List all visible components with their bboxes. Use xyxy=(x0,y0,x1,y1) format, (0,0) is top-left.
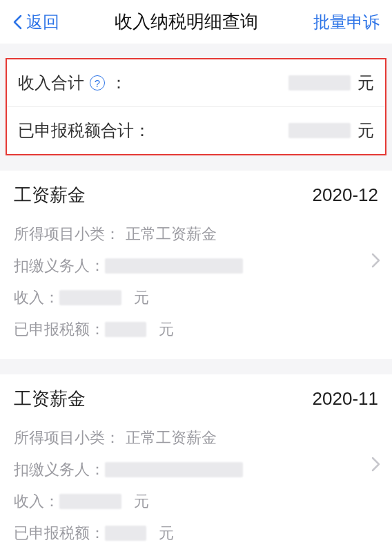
chevron-right-icon xyxy=(371,252,381,269)
agent-label: 扣缴义务人： xyxy=(14,459,105,480)
summary-panel: 收入合计 ? ： 元 已申报税额合计： 元 xyxy=(6,58,386,155)
card-agent-row: 扣缴义务人： xyxy=(14,454,378,486)
subtype-value: 正常工资薪金 xyxy=(126,428,217,448)
declared-unit: 元 xyxy=(159,319,174,340)
page-title: 收入纳税明细查询 xyxy=(115,10,258,34)
summary-declared-row: 已申报税额合计： 元 xyxy=(7,106,385,154)
redacted-value xyxy=(105,526,146,541)
unit-label: 元 xyxy=(357,119,374,142)
card-income-row: 收入： 元 xyxy=(14,486,378,517)
summary-declared-label: 已申报税额合计： xyxy=(18,119,150,142)
income-unit: 元 xyxy=(134,491,149,512)
chevron-right-icon xyxy=(371,456,381,472)
subtype-label: 所得项目小类： xyxy=(14,224,120,245)
redacted-value xyxy=(59,290,121,305)
card-agent-row: 扣缴义务人： xyxy=(14,250,378,282)
chevron-left-icon xyxy=(12,15,22,30)
batch-appeal-button[interactable]: 批量申诉 xyxy=(313,11,380,33)
summary-income-label: 收入合计 xyxy=(18,72,84,94)
redacted-value xyxy=(288,75,351,90)
income-label: 收入： xyxy=(14,491,59,512)
record-card[interactable]: 工资薪金 2020-12 所得项目小类： 正常工资薪金 扣缴义务人： 收入： 元… xyxy=(0,171,392,359)
card-header: 工资薪金 2020-12 xyxy=(14,183,378,207)
declared-label: 已申报税额： xyxy=(14,319,105,340)
declared-label: 已申报税额： xyxy=(14,523,105,544)
back-button[interactable]: 返回 xyxy=(12,11,59,33)
back-label: 返回 xyxy=(26,11,59,33)
card-subtype-row: 所得项目小类： 正常工资薪金 xyxy=(14,422,378,454)
record-card[interactable]: 工资薪金 2020-11 所得项目小类： 正常工资薪金 扣缴义务人： 收入： 元… xyxy=(0,374,392,545)
colon: ： xyxy=(110,72,127,94)
card-header: 工资薪金 2020-11 xyxy=(14,387,378,411)
card-date: 2020-12 xyxy=(313,184,378,206)
redacted-value xyxy=(105,462,243,477)
card-income-row: 收入： 元 xyxy=(14,282,378,314)
income-unit: 元 xyxy=(134,287,149,308)
redacted-value xyxy=(288,123,351,138)
help-icon[interactable]: ? xyxy=(90,75,105,90)
agent-label: 扣缴义务人： xyxy=(14,256,105,276)
income-label: 收入： xyxy=(14,287,59,308)
declared-unit: 元 xyxy=(159,523,174,544)
subtype-value: 正常工资薪金 xyxy=(126,224,217,245)
redacted-value xyxy=(105,322,146,337)
card-declared-row: 已申报税额： 元 xyxy=(14,517,378,545)
subtype-label: 所得项目小类： xyxy=(14,428,120,448)
redacted-value xyxy=(105,258,243,274)
redacted-value xyxy=(59,494,121,509)
card-title: 工资薪金 xyxy=(14,183,86,207)
card-date: 2020-11 xyxy=(313,388,378,410)
card-subtype-row: 所得项目小类： 正常工资薪金 xyxy=(14,218,378,250)
summary-income-row: 收入合计 ? ： 元 xyxy=(7,59,385,106)
card-title: 工资薪金 xyxy=(14,387,86,411)
unit-label: 元 xyxy=(357,72,374,94)
card-declared-row: 已申报税额： 元 xyxy=(14,314,378,345)
header-bar: 返回 收入纳税明细查询 批量申诉 xyxy=(0,0,392,44)
